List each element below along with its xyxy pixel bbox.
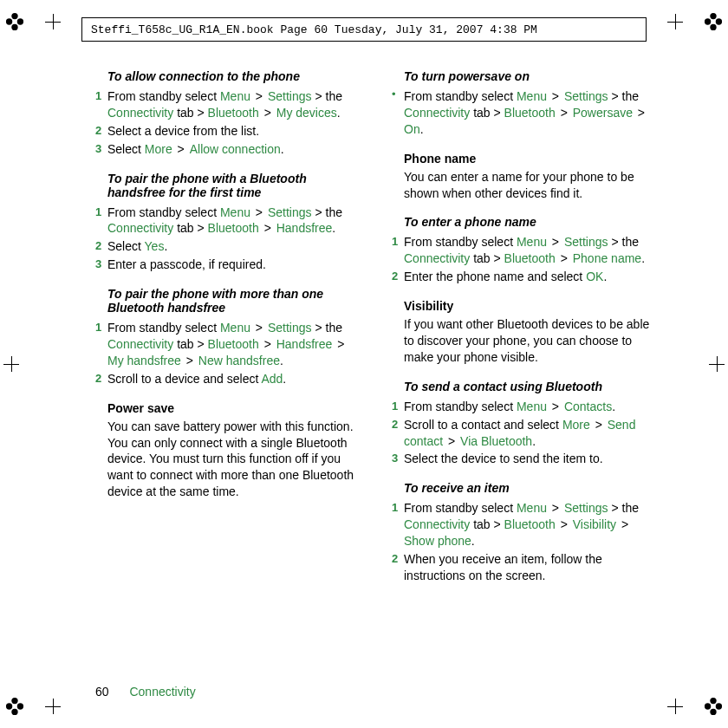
step-text: From standby select Menu > Settings > th…: [404, 500, 659, 549]
svg-point-1: [11, 24, 17, 30]
step: 1 From standby select Menu > Settings > …: [392, 234, 659, 267]
crop-mark-icon: [45, 14, 61, 29]
left-column: To allow connection to the phone 1 From …: [95, 69, 362, 676]
step-text: From standby select Menu > Settings > th…: [107, 205, 362, 237]
heading-pair-more: To pair the phone with more than one Blu…: [95, 287, 362, 315]
svg-point-17: [705, 703, 711, 709]
svg-point-11: [11, 709, 17, 715]
svg-point-6: [710, 24, 716, 30]
step-number: 1: [392, 399, 404, 414]
step-text: Scroll to a device and select Add.: [107, 371, 362, 387]
crop-mark-icon: [3, 356, 19, 372]
bullet-icon: •: [392, 88, 404, 101]
svg-point-3: [17, 18, 23, 24]
registration-mark-icon: [5, 697, 24, 716]
right-column: To turn powersave on • From standby sele…: [392, 69, 659, 676]
svg-point-8: [716, 18, 722, 24]
heading-enter-name: To enter a phone name: [392, 215, 659, 229]
paragraph: You can enter a name for your phone to b…: [392, 169, 659, 202]
step-number: 1: [95, 88, 107, 104]
svg-point-10: [11, 698, 17, 704]
svg-point-12: [6, 703, 12, 709]
crop-mark-icon: [667, 699, 683, 714]
page-footer: 60 Connectivity: [95, 685, 196, 699]
step-number: 3: [95, 257, 107, 272]
svg-point-5: [710, 13, 716, 19]
step: 3 Select More > Allow connection.: [95, 141, 362, 158]
crop-mark-icon: [667, 14, 683, 29]
step-text: From standby select Menu > Settings > th…: [107, 320, 362, 369]
svg-point-0: [11, 13, 17, 19]
step-text: From standby select Menu > Contacts.: [404, 399, 659, 415]
registration-mark-icon: [704, 12, 723, 31]
step: 1 From standby select Menu > Settings > …: [95, 205, 362, 237]
step-text: Select Yes.: [107, 238, 362, 255]
heading-send-contact: To send a contact using Bluetooth: [392, 380, 659, 393]
document-header: Steffi_T658c_UG_R1A_EN.book Page 60 Tues…: [81, 17, 647, 42]
step: 1 From standby select Menu > Settings > …: [95, 320, 362, 369]
crop-mark-icon: [709, 356, 725, 372]
heading-powersave-on: To turn powersave on: [392, 69, 659, 83]
subheading-visibility: Visibility: [392, 299, 659, 313]
paragraph: If you want other Bluetooth devices to b…: [392, 316, 659, 366]
step: 1 From standby select Menu > Settings > …: [95, 88, 362, 121]
section-name: Connectivity: [129, 685, 195, 699]
registration-mark-icon: [704, 697, 723, 716]
step-text: Enter the phone name and select OK.: [404, 269, 659, 285]
svg-point-16: [710, 709, 716, 715]
step-text: Select a device from the list.: [107, 123, 362, 140]
step-number: 2: [392, 269, 404, 284]
step-number: 3: [392, 451, 404, 466]
step: • From standby select Menu > Settings > …: [392, 88, 659, 138]
step-number: 3: [95, 141, 107, 157]
registration-mark-icon: [5, 12, 24, 31]
step: 2 Select Yes.: [95, 238, 362, 255]
step-number: 1: [95, 320, 107, 335]
step-text: Scroll to a contact and select More > Se…: [404, 417, 659, 450]
step-text: From standby select Menu > Settings > th…: [404, 234, 659, 267]
step: 2 Select a device from the list.: [95, 123, 362, 140]
svg-point-18: [716, 703, 722, 709]
step-number: 2: [95, 371, 107, 387]
step: 3 Select the device to send the item to.: [392, 451, 659, 467]
svg-point-13: [17, 703, 23, 709]
step-number: 2: [95, 238, 107, 254]
step: 2 Scroll to a contact and select More > …: [392, 417, 659, 450]
step: 3 Enter a passcode, if required.: [95, 257, 362, 273]
page-body: To allow connection to the phone 1 From …: [95, 69, 659, 676]
step-text: When you receive an item, follow the ins…: [404, 551, 659, 584]
step-text: From standby select Menu > Settings > th…: [107, 88, 362, 121]
step: 1 From standby select Menu > Settings > …: [392, 500, 659, 549]
step-text: Enter a passcode, if required.: [107, 257, 362, 273]
svg-point-4: [13, 20, 16, 23]
heading-pair-first: To pair the phone with a Bluetooth hands…: [95, 172, 362, 199]
step-number: 1: [95, 205, 107, 220]
heading-allow-connection: To allow connection to the phone: [95, 69, 362, 83]
svg-point-7: [705, 18, 711, 24]
step-number: 2: [392, 551, 404, 567]
step: 2 When you receive an item, follow the i…: [392, 551, 659, 584]
page-number: 60: [95, 685, 109, 699]
svg-point-15: [710, 698, 716, 704]
svg-point-14: [13, 705, 16, 708]
step: 1 From standby select Menu > Contacts.: [392, 399, 659, 415]
svg-point-2: [6, 18, 12, 24]
svg-point-19: [712, 705, 715, 708]
crop-mark-icon: [45, 699, 61, 714]
step: 2 Scroll to a device and select Add.: [95, 371, 362, 387]
step-number: 2: [95, 123, 107, 139]
step-text: Select the device to send the item to.: [404, 451, 659, 467]
svg-point-9: [712, 20, 715, 23]
subheading-phone-name: Phone name: [392, 152, 659, 166]
header-text: Steffi_T658c_UG_R1A_EN.book Page 60 Tues…: [91, 23, 537, 36]
step: 2 Enter the phone name and select OK.: [392, 269, 659, 285]
heading-receive-item: To receive an item: [392, 481, 659, 495]
paragraph: You can save battery power with this fun…: [95, 419, 362, 500]
step-number: 1: [392, 234, 404, 250]
step-text: From standby select Menu > Settings > th…: [404, 88, 659, 138]
subheading-powersave: Power save: [95, 401, 362, 415]
step-number: 1: [392, 500, 404, 516]
step-text: Select More > Allow connection.: [107, 141, 362, 158]
step-number: 2: [392, 417, 404, 432]
